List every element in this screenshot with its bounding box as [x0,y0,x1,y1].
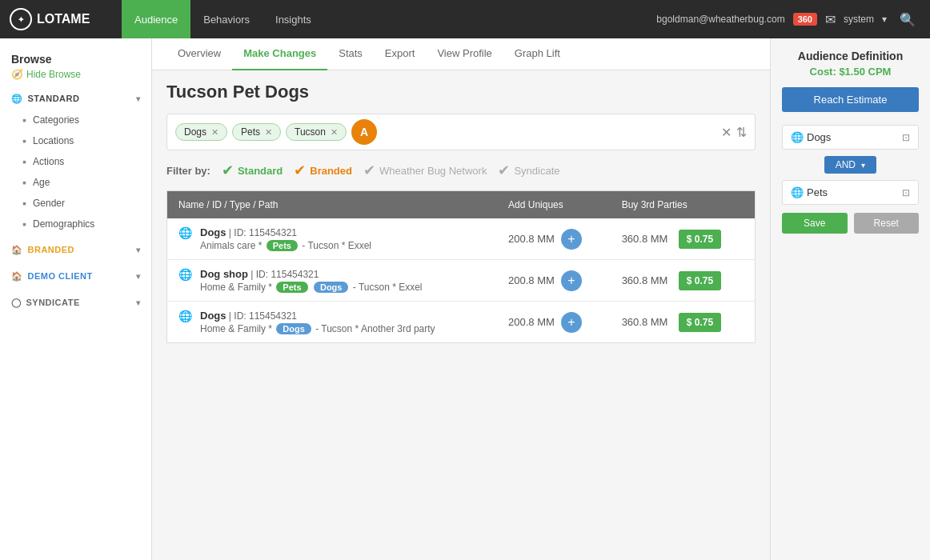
chevron-standard: ▾ [136,94,141,103]
sidebar-section-header-demo[interactable]: 🏠DEMO CLIENT ▾ [0,266,151,287]
data-table: Name / ID / Type / Path Add Uniques Buy … [166,190,756,343]
tag-row: Dogs ✕ Pets ✕ Tucson ✕ A ✕ ⇅ [166,114,756,150]
price-btn-1[interactable]: $ 0.75 [679,230,721,249]
sub-tab-export[interactable]: Export [374,38,427,70]
folder-icon: ▪ [22,197,26,210]
user-email[interactable]: bgoldman@wheatherbug.com [656,14,784,25]
audience-def-item-pets: 🌐 Pets ⊡ [782,180,919,205]
tag-avatar[interactable]: A [351,119,377,145]
row3-name: Dogs [200,310,226,322]
chevron-syndicate: ▾ [136,298,141,307]
and-button[interactable]: AND ▾ [824,156,877,174]
system-caret[interactable]: ▾ [882,14,887,25]
sub-tab-graph-lift[interactable]: Graph Lift [503,38,571,70]
cell-add-uniques-1: 200.8 MM + [497,218,611,260]
search-icon[interactable]: 🔍 [895,6,920,32]
pill-dogs-2: Dogs [314,282,349,293]
reach-estimate-button[interactable]: Reach Estimate [782,87,919,112]
nav-insights[interactable]: Insights [263,0,324,38]
sidebar: Browse 🧭 Hide Browse 🌐STANDARD ▾ ▪ Categ… [0,38,152,560]
add-btn-3[interactable]: + [561,312,582,333]
price-btn-2[interactable]: $ 0.75 [679,271,721,290]
tag-dogs[interactable]: Dogs ✕ [175,123,227,141]
sidebar-section-header-syndicate[interactable]: ◯SYNDICATE ▾ [0,292,151,314]
row2-id: | ID: 115454321 [251,269,319,280]
chevron-branded: ▾ [136,246,141,254]
def-label-dogs: Dogs [807,131,831,143]
filter-standard-label: Standard [238,165,283,177]
folder-icon: ▪ [22,218,26,230]
nav-behaviors[interactable]: Behaviors [190,0,263,38]
row1-name: Dogs [200,226,226,238]
badge-360: 360 [793,13,817,26]
filter-wheatherbug[interactable]: ✔ Wheather Bug Network [363,162,487,179]
logo-text: LOTAME [37,12,90,26]
tag-tucson[interactable]: Tucson ✕ [286,123,347,141]
edit-icon-pets[interactable]: ⊡ [902,187,910,198]
filter-syndicate[interactable]: ✔ Syndicate [498,162,559,179]
add-btn-1[interactable]: + [561,229,582,250]
cell-add-uniques-3: 200.8 MM + [497,302,611,343]
sidebar-section-header-standard[interactable]: 🌐STANDARD ▾ [0,88,151,110]
hide-browse-button[interactable]: 🧭 Hide Browse [0,67,151,88]
sub-tab-stats[interactable]: Stats [327,38,374,70]
add-btn-2[interactable]: + [561,270,582,291]
folder-icon: ▪ [22,155,26,168]
row2-path: Home & Family * Pets Dogs - Tucson * Exx… [200,282,423,293]
sidebar-item-categories[interactable]: ▪ Categories [0,110,151,130]
cell-buy-3rd-1: 360.8 MM $ 0.75 [611,218,756,260]
filter-branded[interactable]: ✔ Branded [294,162,352,179]
check-syndicate-icon: ✔ [498,162,510,179]
panel-actions: Save Reset [782,213,919,234]
globe-icon-dogs: 🌐 [791,131,804,143]
right-panel: Audience Definition Cost: $1.50 CPM Reac… [770,38,930,560]
metric-add-3: 200.8 MM [508,316,555,328]
nav-audience[interactable]: Audience [122,0,190,38]
table-row: 🌐 Dogs | ID: 115454321 Animals care * Pe… [167,218,756,260]
check-standard-icon: ✔ [222,162,234,179]
tag-row-clear[interactable]: ✕ [721,125,732,140]
tag-row-actions: ✕ ⇅ [721,125,747,140]
col-buy-3rd: Buy 3rd Parties [611,191,756,219]
filter-standard[interactable]: ✔ Standard [222,162,283,179]
home-icon-demo: 🏠 [11,271,23,281]
metric-add-1: 200.8 MM [508,233,555,245]
filter-syndicate-label: Syndicate [514,165,559,177]
sidebar-item-gender[interactable]: ▪ Gender [0,193,151,214]
sidebar-section-header-branded[interactable]: 🏠BRANDED ▾ [0,239,151,261]
table-row: 🌐 Dogs | ID: 115454321 Home & Family * D… [167,302,756,343]
tag-pets-remove[interactable]: ✕ [265,127,272,138]
chevron-demo: ▾ [136,272,141,281]
mail-icon[interactable]: ✉ [825,12,836,27]
row1-id: | ID: 115454321 [229,227,297,238]
sub-nav: Overview Make Changes Stats Export View … [152,38,770,70]
tag-dogs-remove[interactable]: ✕ [211,127,218,138]
folder-icon: ▪ [22,114,26,126]
sub-tab-overview[interactable]: Overview [166,38,232,70]
tag-row-toggle[interactable]: ⇅ [736,125,747,140]
cell-name-2: 🌐 Dog shop | ID: 115454321 Home & Family… [167,260,498,302]
top-nav: ✦ LOTAME Audience Behaviors Insights bgo… [0,0,930,38]
edit-icon-dogs[interactable]: ⊡ [902,132,910,143]
sidebar-item-demographics[interactable]: ▪ Demographics [0,214,151,234]
save-button[interactable]: Save [782,213,848,234]
sidebar-item-actions[interactable]: ▪ Actions [0,151,151,172]
and-row: AND ▾ [782,156,919,174]
tag-tucson-remove[interactable]: ✕ [331,127,338,138]
cell-buy-3rd-2: 360.8 MM $ 0.75 [611,260,756,302]
sidebar-item-age[interactable]: ▪ Age [0,172,151,193]
filter-row: Filter by: ✔ Standard ✔ Branded ✔ Wheath… [166,162,756,179]
reset-button[interactable]: Reset [854,213,920,234]
cell-name-3: 🌐 Dogs | ID: 115454321 Home & Family * D… [167,302,498,343]
buy-metric-1: 360.8 MM [622,233,668,245]
row2-name: Dog shop [200,268,248,280]
tag-pets[interactable]: Pets ✕ [232,123,281,141]
price-btn-3[interactable]: $ 0.75 [679,313,721,332]
sidebar-item-locations[interactable]: ▪ Locations [0,130,151,151]
metric-add-2: 200.8 MM [508,274,555,286]
and-caret: ▾ [861,161,865,170]
sub-tab-make-changes[interactable]: Make Changes [232,38,327,70]
sub-tab-view-profile[interactable]: View Profile [426,38,503,70]
compass-icon: 🧭 [11,69,23,80]
system-menu[interactable]: system [844,14,874,25]
